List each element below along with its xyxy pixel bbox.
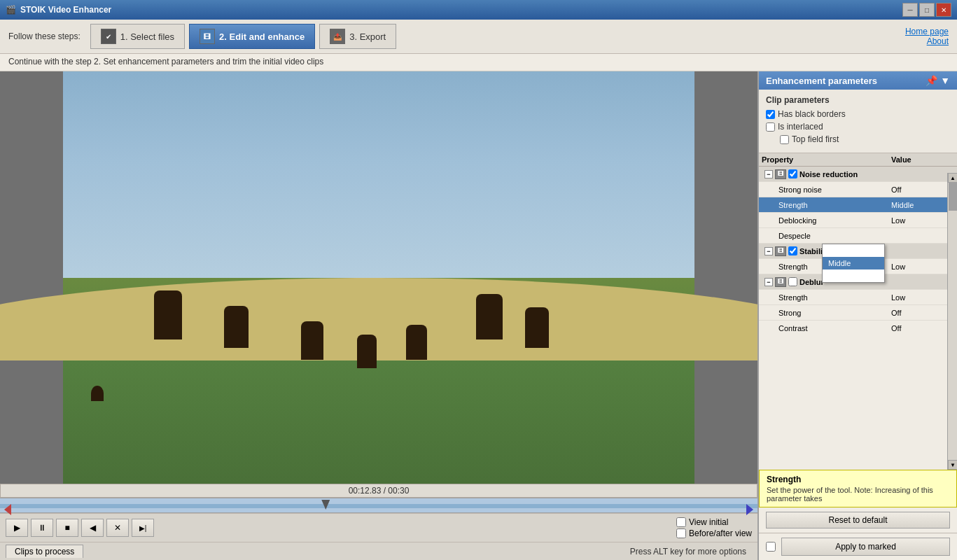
app-title: 🎬 STOIK Video Enhancer	[6, 5, 111, 15]
dd-middle[interactable]: Middle	[823, 257, 884, 270]
view-options: View initial Before/after view	[676, 517, 752, 538]
top-field-first-checkbox[interactable]	[780, 135, 789, 144]
video-frame	[0, 71, 757, 484]
strong-deblur-row[interactable]: Strong Off	[759, 305, 957, 321]
scroll-up-button[interactable]: ▲	[948, 173, 957, 183]
strong-deblur-label: Strong	[778, 309, 801, 317]
apply-button[interactable]: Apply to marked	[781, 538, 950, 556]
bird-2	[224, 306, 249, 348]
tooltip-area: Strength Set the power of the tool. Note…	[759, 470, 957, 507]
step-export-label: 3. Export	[349, 31, 386, 42]
stabilize-checkbox[interactable]	[788, 246, 797, 255]
play-button[interactable]: ▶	[6, 519, 28, 537]
dd-low[interactable]: Low	[823, 244, 884, 257]
reset-button[interactable]: Reset to default	[766, 512, 950, 528]
panel-dropdown-icon[interactable]: ▼	[940, 75, 950, 86]
before-after-option[interactable]: Before/after view	[676, 528, 752, 538]
has-black-borders-label[interactable]: Has black borders	[766, 109, 846, 119]
prop-header: Property Value	[759, 153, 957, 167]
app-icon: 🎬	[6, 5, 16, 15]
dd-high[interactable]: High	[823, 270, 884, 282]
before-after-label: Before/after view	[689, 528, 752, 538]
has-black-borders-checkbox[interactable]	[766, 110, 775, 119]
property-table: Property Value − 🎞 Noise reduction	[759, 153, 957, 470]
noise-reduction-row[interactable]: − 🎞 Noise reduction	[759, 167, 957, 182]
maximize-button[interactable]: □	[919, 3, 935, 17]
noise-reduction-checkbox[interactable]	[788, 169, 797, 178]
timeline-end-marker[interactable]	[746, 504, 753, 515]
about-link[interactable]: About	[927, 36, 949, 46]
rewind-button[interactable]: ◀	[81, 519, 104, 537]
timeline-start-marker[interactable]	[4, 504, 11, 515]
panel-pin-icon[interactable]: 📌	[925, 75, 937, 86]
strength-deblur-value: Low	[891, 293, 954, 302]
prop-scrollbar[interactable]: ▲ ▼	[947, 173, 957, 470]
strong-noise-label: Strong noise	[778, 186, 822, 194]
view-initial-option[interactable]: View initial	[676, 517, 752, 527]
panel-header-icons: 📌 ▼	[925, 75, 950, 86]
minimize-button[interactable]: ─	[902, 3, 918, 17]
mark-button[interactable]: ✕	[106, 519, 129, 537]
scroll-down-button[interactable]: ▼	[948, 460, 957, 470]
property-col-header: Property	[762, 155, 891, 164]
app-title-text: STOIK Video Enhancer	[20, 5, 111, 15]
stop-button[interactable]: ■	[56, 519, 78, 537]
stabilize-icon: 🎞	[775, 246, 786, 256]
apply-checkbox[interactable]	[766, 542, 776, 552]
tooltip-title: Strength	[767, 475, 949, 484]
has-black-borders-text: Has black borders	[778, 109, 846, 119]
timecode-display: 00:12.83 / 00:30	[0, 484, 757, 498]
strength-nr-value[interactable]: Middle ▼	[891, 201, 954, 209]
step-export-icon: 📤	[330, 29, 345, 44]
stabilize-expand[interactable]: −	[764, 247, 773, 255]
is-interlaced-label[interactable]: Is interlaced	[766, 122, 823, 132]
follow-label: Follow these steps:	[8, 31, 81, 41]
strength-deblur-row[interactable]: Strength Low	[759, 290, 957, 305]
deblur-label: Deblur	[799, 278, 824, 286]
noise-reduction-expand[interactable]: −	[764, 170, 773, 178]
strength-deblur-label: Strength	[778, 293, 808, 302]
contrast-row[interactable]: Contrast Off	[759, 321, 957, 335]
title-bar: 🎬 STOIK Video Enhancer ─ □ ✕	[0, 0, 957, 20]
is-interlaced-row: Is interlaced	[766, 122, 950, 132]
noise-reduction-icon: 🎞	[775, 169, 786, 179]
contrast-value: Off	[891, 324, 954, 332]
deblocking-label: Deblocking	[778, 216, 816, 225]
home-page-link[interactable]: Home page	[905, 27, 949, 36]
clip-parameters: Clip parameters Has black borders Is int…	[759, 90, 957, 153]
step-edit-enhance[interactable]: 🎞 2. Edit and enhance	[189, 24, 315, 49]
deblur-checkbox[interactable]	[788, 277, 797, 286]
bird-4	[357, 335, 377, 368]
subtitle: Continue with the step 2. Set enhancemen…	[0, 54, 957, 71]
playback-controls: ▶ ⏸ ■ ◀ ✕ ▶| View initial Before/after v…	[0, 513, 757, 542]
video-canvas	[0, 71, 757, 484]
gray-right	[694, 71, 757, 484]
before-after-checkbox[interactable]	[676, 528, 686, 538]
clip-params-title: Clip parameters	[766, 95, 950, 105]
close-button[interactable]: ✕	[936, 3, 951, 17]
timeline[interactable]	[0, 498, 757, 513]
despecle-label: Despecle	[778, 232, 811, 240]
gray-left	[0, 71, 63, 484]
deblur-expand[interactable]: −	[764, 278, 773, 286]
is-interlaced-checkbox[interactable]	[766, 122, 775, 132]
pause-button[interactable]: ⏸	[31, 519, 53, 537]
strength-nr-label: Strength	[778, 201, 808, 209]
has-black-borders-row: Has black borders	[766, 109, 950, 119]
scroll-thumb[interactable]	[949, 183, 957, 211]
clips-tab[interactable]: Clips to process	[6, 545, 83, 558]
despecle-row[interactable]: Despecle	[759, 228, 957, 244]
top-field-first-label[interactable]: Top field first	[780, 134, 839, 144]
bird-5	[406, 325, 427, 360]
strength-nr-row[interactable]: Strength Middle ▼ Low Middle High	[759, 197, 957, 213]
strong-noise-row[interactable]: Strong noise Off	[759, 182, 957, 197]
deblocking-row[interactable]: Deblocking Low	[759, 213, 957, 228]
strength-dropdown[interactable]: Low Middle High	[822, 244, 885, 283]
end-button[interactable]: ▶|	[132, 519, 154, 537]
view-initial-checkbox[interactable]	[676, 517, 686, 527]
step-export[interactable]: 📤 3. Export	[319, 24, 396, 49]
step-enhance-label: 2. Edit and enhance	[219, 31, 305, 42]
toolbar: Follow these steps: ✔ 1. Select files 🎞 …	[0, 20, 957, 54]
step-select-files[interactable]: ✔ 1. Select files	[90, 24, 185, 49]
bird-7	[525, 307, 549, 348]
